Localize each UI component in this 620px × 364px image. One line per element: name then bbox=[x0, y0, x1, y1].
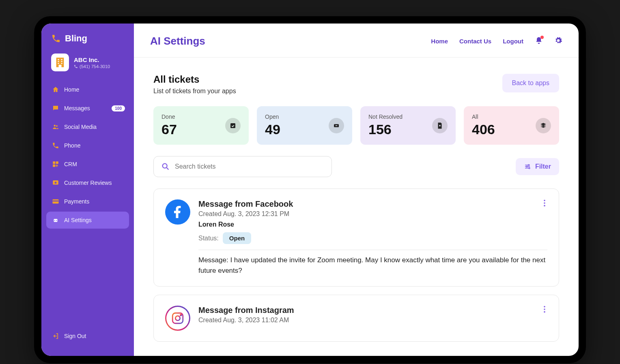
stat-not-resolved[interactable]: Not Resolved 156 bbox=[360, 106, 456, 145]
logout-icon bbox=[52, 332, 59, 340]
ticket-created: Created Aug. 3, 2023 11:02 AM bbox=[198, 317, 547, 324]
stat-value: 156 bbox=[368, 122, 403, 137]
svg-rect-11 bbox=[230, 123, 235, 128]
sidebar-item-label: CRM bbox=[64, 161, 77, 167]
content-title: All tickets bbox=[153, 74, 236, 85]
stat-value: 49 bbox=[265, 122, 280, 137]
stat-all[interactable]: All 406 bbox=[464, 106, 559, 145]
svg-point-0 bbox=[54, 125, 56, 127]
stat-value: 67 bbox=[161, 122, 177, 137]
header-link-home[interactable]: Home bbox=[431, 38, 448, 45]
header-link-contact[interactable]: Contact Us bbox=[459, 38, 491, 45]
svg-point-10 bbox=[56, 220, 57, 221]
ticket-menu-button[interactable] bbox=[540, 199, 549, 208]
stat-open[interactable]: Open 49 bbox=[257, 106, 352, 145]
sliders-icon bbox=[524, 163, 531, 170]
svg-point-9 bbox=[54, 220, 55, 221]
phone-small-icon bbox=[74, 64, 78, 69]
sidebar-item-label: Payments bbox=[64, 198, 89, 205]
card-icon bbox=[52, 198, 59, 205]
inbox-icon bbox=[329, 118, 344, 133]
svg-point-26 bbox=[180, 315, 181, 316]
filter-button[interactable]: Filter bbox=[516, 158, 559, 175]
search-box[interactable] bbox=[153, 156, 332, 177]
facebook-icon bbox=[165, 199, 190, 225]
ticket-message: Message: I have updated the invite for Z… bbox=[198, 255, 547, 276]
stat-label: Not Resolved bbox=[368, 113, 403, 120]
sidebar: Bling ABC Inc. (541) 754-3010 bbox=[41, 24, 134, 356]
company-avatar bbox=[51, 54, 69, 71]
svg-rect-7 bbox=[53, 201, 59, 201]
search-icon bbox=[161, 162, 170, 171]
sidebar-item-payments[interactable]: Payments bbox=[46, 193, 129, 210]
ticket-card[interactable]: Message from Facebook Created Aug. 3, 20… bbox=[153, 188, 559, 287]
brand-logo: Bling bbox=[41, 33, 134, 54]
company-block: ABC Inc. (541) 754-3010 bbox=[41, 54, 134, 81]
search-input[interactable] bbox=[175, 163, 324, 170]
content-subtitle: List of tickets from your apps bbox=[153, 88, 236, 95]
svg-rect-3 bbox=[56, 161, 58, 164]
stat-label: Done bbox=[161, 113, 177, 120]
grid-icon bbox=[52, 161, 59, 168]
main-content: AI Settings Home Contact Us Logout bbox=[134, 24, 579, 356]
ticket-card[interactable]: Message from Instagram Created Aug. 3, 2… bbox=[153, 295, 559, 342]
sidebar-item-label: Home bbox=[64, 86, 79, 93]
layers-icon bbox=[536, 118, 551, 133]
sidebar-item-phone[interactable]: Phone bbox=[46, 137, 129, 154]
sidebar-item-ai-settings[interactable]: AI Settings bbox=[46, 212, 129, 229]
sidebar-item-label: Customer Reviews bbox=[64, 180, 112, 186]
sidebar-item-home[interactable]: Home bbox=[46, 81, 129, 98]
star-icon bbox=[52, 179, 59, 186]
sidebar-item-signout[interactable]: Sign Out bbox=[46, 328, 129, 345]
sidebar-item-label: Messages bbox=[64, 105, 90, 111]
notifications-button[interactable] bbox=[535, 36, 543, 46]
sidebar-item-label: Phone bbox=[64, 142, 80, 149]
company-phone: (541) 754-3010 bbox=[74, 64, 110, 69]
home-icon bbox=[52, 86, 59, 93]
users-icon bbox=[52, 123, 59, 131]
gear-icon bbox=[554, 36, 562, 45]
stat-done[interactable]: Done 67 bbox=[153, 106, 249, 145]
sidebar-item-crm[interactable]: CRM bbox=[46, 156, 129, 173]
header: AI Settings Home Contact Us Logout bbox=[134, 24, 579, 58]
ticket-status-label: Status: bbox=[198, 235, 219, 242]
header-link-logout[interactable]: Logout bbox=[503, 38, 523, 45]
ticket-title: Message from Instagram bbox=[198, 306, 547, 315]
check-icon bbox=[225, 118, 241, 133]
ticket-status-badge: Open bbox=[223, 232, 251, 244]
building-icon bbox=[54, 57, 66, 68]
bell-icon bbox=[535, 36, 543, 45]
svg-point-15 bbox=[528, 165, 529, 166]
robot-icon bbox=[52, 216, 59, 224]
svg-point-23 bbox=[544, 311, 545, 313]
svg-point-21 bbox=[544, 306, 545, 308]
file-x-icon bbox=[432, 118, 448, 133]
stat-value: 406 bbox=[472, 122, 495, 137]
svg-point-20 bbox=[544, 205, 545, 207]
settings-button[interactable] bbox=[554, 36, 562, 46]
more-vertical-icon bbox=[540, 199, 549, 208]
sidebar-item-reviews[interactable]: Customer Reviews bbox=[46, 174, 129, 191]
svg-point-19 bbox=[544, 202, 545, 204]
svg-point-1 bbox=[56, 125, 58, 127]
svg-point-22 bbox=[544, 308, 545, 310]
page-title: AI Settings bbox=[150, 35, 205, 47]
sidebar-item-social[interactable]: Social Media bbox=[46, 118, 129, 135]
company-name: ABC Inc. bbox=[74, 56, 110, 63]
back-to-apps-button[interactable]: Back to apps bbox=[502, 74, 560, 92]
ticket-created: Created Aug. 3, 2023 12:31 PM bbox=[198, 210, 547, 218]
stat-label: All bbox=[472, 113, 495, 120]
brand-name: Bling bbox=[65, 33, 87, 44]
svg-point-18 bbox=[544, 200, 545, 201]
svg-rect-2 bbox=[53, 161, 55, 164]
svg-point-16 bbox=[526, 166, 527, 167]
sidebar-item-messages[interactable]: Messages 100 bbox=[46, 100, 129, 117]
stat-label: Open bbox=[265, 113, 280, 120]
svg-rect-4 bbox=[53, 165, 55, 167]
svg-point-25 bbox=[175, 316, 180, 320]
phone-icon bbox=[52, 142, 59, 149]
sidebar-nav: Home Messages 100 Social Media Phone bbox=[41, 81, 134, 328]
sidebar-item-label: Sign Out bbox=[64, 333, 86, 339]
ticket-menu-button[interactable] bbox=[540, 305, 549, 314]
phone-logo-icon bbox=[51, 34, 61, 43]
